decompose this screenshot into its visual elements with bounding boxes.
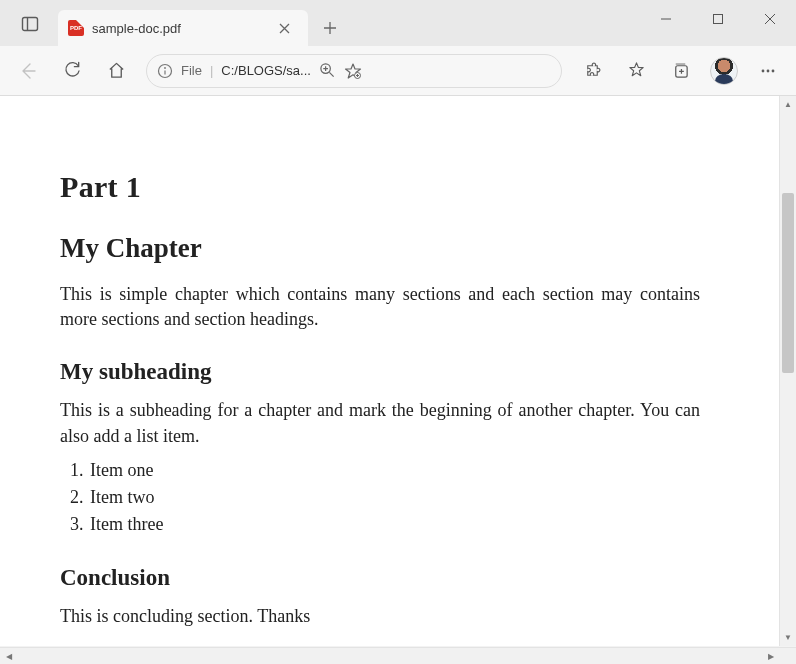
svg-rect-2 — [714, 15, 723, 24]
list-item: Item one — [88, 457, 700, 484]
profile-avatar[interactable] — [710, 57, 738, 85]
address-bar[interactable]: File | C:/BLOGS/sa... — [146, 54, 562, 88]
extensions-button[interactable] — [572, 51, 612, 91]
conclusion-paragraph: This is concluding section. Thanks — [60, 604, 700, 629]
chapter-heading: My Chapter — [60, 230, 700, 268]
tab-actions-button[interactable] — [8, 2, 52, 46]
part-heading: Part 1 — [60, 166, 700, 208]
pdf-page: Part 1 My Chapter This is simple chapter… — [0, 96, 760, 646]
list-item: Item three — [88, 511, 700, 538]
refresh-button[interactable] — [52, 51, 92, 91]
chapter-paragraph: This is simple chapter which contains ma… — [60, 282, 700, 332]
svg-rect-0 — [23, 18, 38, 31]
home-icon — [107, 61, 126, 80]
address-separator: | — [210, 63, 213, 78]
scroll-down-arrow[interactable]: ▼ — [780, 629, 796, 646]
titlebar: PDF sample-doc.pdf — [0, 0, 796, 46]
window-close-button[interactable] — [744, 0, 796, 38]
tab-strip: PDF sample-doc.pdf — [0, 0, 344, 46]
svg-point-10 — [772, 69, 775, 72]
home-button[interactable] — [96, 51, 136, 91]
minimize-icon — [660, 13, 672, 25]
conclusion-heading: Conclusion — [60, 562, 700, 594]
tab-close-button[interactable] — [270, 14, 298, 42]
scroll-thumb[interactable] — [782, 193, 794, 373]
address-scheme-label: File — [181, 63, 202, 78]
favorite-add-icon[interactable] — [344, 62, 362, 80]
favorites-button[interactable] — [616, 51, 656, 91]
maximize-icon — [712, 13, 724, 25]
window-maximize-button[interactable] — [692, 0, 744, 38]
toolbar: File | C:/BLOGS/sa... — [0, 46, 796, 96]
scroll-track[interactable] — [780, 113, 796, 629]
address-path: C:/BLOGS/sa... — [221, 63, 311, 78]
horizontal-scrollbar[interactable]: ◀ ▶ — [0, 647, 796, 664]
more-button[interactable] — [748, 51, 788, 91]
sub-paragraph: This is a subheading for a chapter and m… — [60, 398, 700, 448]
vertical-scrollbar[interactable]: ▲ ▼ — [779, 96, 796, 646]
close-icon — [764, 13, 776, 25]
svg-point-9 — [767, 69, 770, 72]
new-tab-button[interactable] — [316, 14, 344, 42]
svg-point-8 — [762, 69, 765, 72]
list-item: Item two — [88, 484, 700, 511]
zoom-icon[interactable] — [319, 62, 336, 79]
svg-point-4 — [164, 67, 166, 69]
scroll-up-arrow[interactable]: ▲ — [780, 96, 796, 113]
scroll-right-arrow[interactable]: ▶ — [762, 648, 779, 664]
plus-icon — [323, 21, 337, 35]
subheading: My subheading — [60, 356, 700, 388]
window-minimize-button[interactable] — [640, 0, 692, 38]
collections-button[interactable] — [660, 51, 700, 91]
ellipsis-icon — [759, 62, 777, 80]
tab-title: sample-doc.pdf — [92, 21, 262, 36]
close-icon — [279, 23, 290, 34]
ordered-list: Item one Item two Item three — [88, 457, 700, 539]
star-lines-icon — [627, 61, 646, 80]
info-icon — [157, 63, 173, 79]
pdf-file-icon: PDF — [68, 20, 84, 36]
window-controls — [640, 0, 796, 46]
puzzle-icon — [583, 61, 602, 80]
back-button[interactable] — [8, 51, 48, 91]
browser-tab[interactable]: PDF sample-doc.pdf — [58, 10, 308, 46]
scrollbar-corner — [779, 648, 796, 664]
pdf-viewer: Part 1 My Chapter This is simple chapter… — [0, 96, 796, 646]
arrow-left-icon — [18, 61, 38, 81]
scroll-left-arrow[interactable]: ◀ — [0, 648, 17, 664]
refresh-icon — [63, 61, 82, 80]
collections-icon — [671, 61, 690, 80]
panel-icon — [21, 15, 39, 33]
scroll-track-h[interactable] — [17, 648, 762, 664]
